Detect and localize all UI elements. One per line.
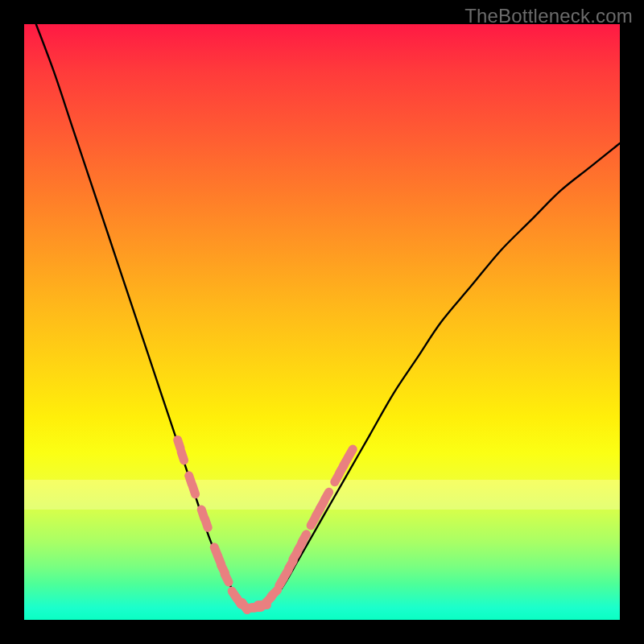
curve-markers	[178, 440, 353, 609]
chart-frame: TheBottleneck.com	[0, 0, 644, 644]
curve-marker	[271, 590, 278, 597]
curve-marker	[302, 535, 306, 543]
curve-marker	[181, 452, 184, 460]
curve-marker	[178, 440, 180, 448]
curve-layer	[24, 24, 620, 620]
curve-marker	[225, 574, 229, 582]
bottleneck-curve	[36, 24, 620, 609]
curve-marker	[205, 519, 208, 527]
plot-area	[24, 24, 620, 620]
curve-marker	[349, 449, 353, 457]
curve-marker	[324, 492, 328, 500]
curve-marker	[192, 485, 195, 493]
